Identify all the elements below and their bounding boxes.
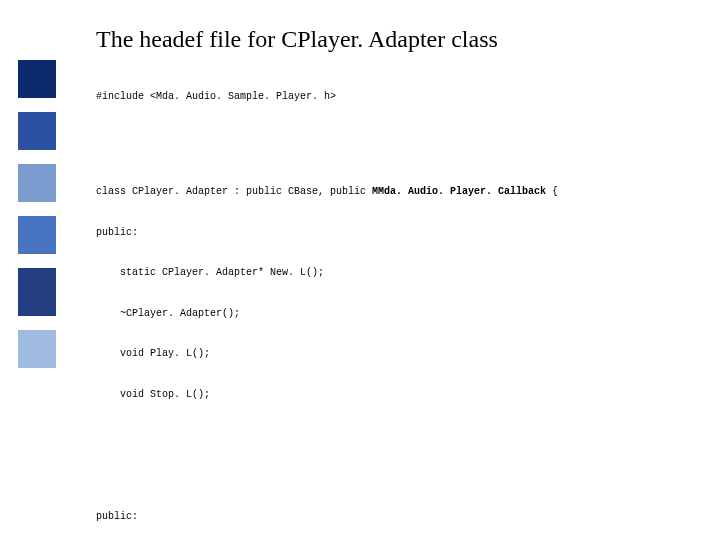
code-line: public: <box>96 226 710 240</box>
code-text: { <box>546 186 558 197</box>
code-line: class CPlayer. Adapter : public CBase, p… <box>96 185 710 199</box>
sidebar-square <box>18 216 56 254</box>
slide-title: The headef file for CPlayer. Adapter cla… <box>96 26 710 53</box>
sidebar-square <box>18 112 56 150</box>
sidebar-square <box>18 164 56 202</box>
code-line: void Stop. L(); <box>96 388 710 402</box>
sidebar-square <box>18 330 56 368</box>
sidebar-square <box>18 60 56 98</box>
code-text: class CPlayer. Adapter : public CBase, p… <box>96 186 372 197</box>
code-line: void Play. L(); <box>96 347 710 361</box>
code-line: #include <Mda. Audio. Sample. Player. h> <box>96 91 336 102</box>
code-line: public: <box>96 510 710 524</box>
sidebar-square <box>18 268 56 316</box>
code-line: static CPlayer. Adapter* New. L(); <box>96 266 710 280</box>
slide-content: The headef file for CPlayer. Adapter cla… <box>96 26 710 540</box>
code-line: ~CPlayer. Adapter(); <box>96 307 710 321</box>
decorative-sidebar <box>18 60 58 382</box>
code-text-bold: MMda. Audio. Player. Callback <box>372 186 546 197</box>
code-block: #include <Mda. Audio. Sample. Player. h>… <box>96 63 710 540</box>
